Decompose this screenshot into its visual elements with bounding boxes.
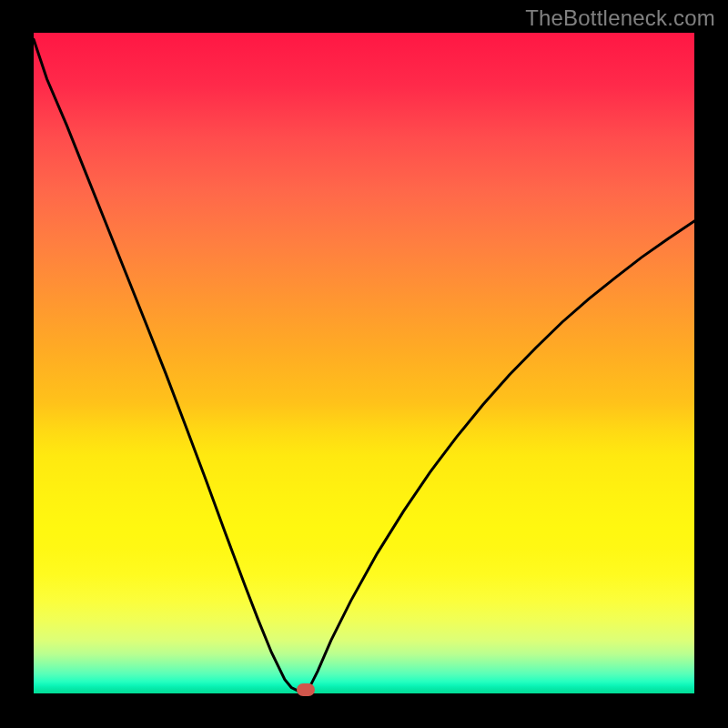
curve-svg	[34, 33, 694, 693]
watermark-text: TheBottleneck.com	[525, 5, 715, 31]
minimum-marker	[297, 683, 315, 696]
plot-area	[34, 33, 694, 693]
bottleneck-curve	[34, 39, 694, 692]
chart-frame: TheBottleneck.com	[0, 0, 728, 728]
